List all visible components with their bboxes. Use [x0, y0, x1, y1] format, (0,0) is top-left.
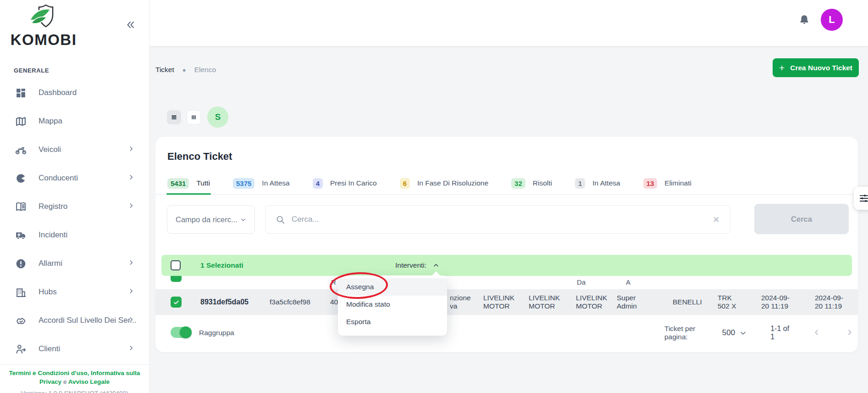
sidebar: KOMOBI GENERALE Dashboard Mappa: [0, 0, 149, 393]
search-icon: [276, 215, 285, 225]
topbar: L: [149, 0, 868, 46]
chevron-right-icon: [128, 174, 134, 182]
menu-caret: [431, 271, 441, 276]
cell-vehicle-model: TRK 502 X: [718, 289, 743, 315]
tab-count-badge: 5375: [233, 178, 254, 189]
search-submit-button[interactable]: Cerca: [754, 204, 849, 234]
cell-date-to: 2024-09-20 11:19: [815, 289, 849, 315]
cell-number-partial: 40: [330, 289, 338, 315]
cell-assignee: Super Admin: [617, 289, 644, 315]
row-checkbox[interactable]: [171, 297, 182, 308]
page-range: 1-1 of 1: [770, 325, 792, 341]
tab-label: Tutti: [196, 179, 210, 187]
sidebar-item-accordi-sla[interactable]: Accordi Sul Livello Dei Ser...: [0, 306, 149, 335]
alert-circle-icon: [15, 258, 27, 269]
sidebar-item-registro[interactable]: Registro: [0, 192, 149, 221]
column-header-a: A: [626, 278, 630, 286]
sliders-icon: [859, 193, 868, 203]
tab-count-badge: 6: [400, 178, 410, 189]
legal-notice-link[interactable]: Avviso Legale: [68, 378, 110, 385]
tab-risolti[interactable]: 32 Risolti: [511, 172, 552, 194]
create-ticket-button[interactable]: + Crea Nuovo Ticket: [773, 58, 859, 77]
chevron-right-icon: [128, 288, 134, 296]
per-page-select[interactable]: 500: [722, 328, 746, 337]
map-icon: [15, 115, 27, 127]
search-input[interactable]: [292, 215, 706, 224]
tab-eliminati[interactable]: 13 Eliminati: [643, 172, 691, 194]
select-all-checkbox[interactable]: [171, 260, 181, 270]
sidebar-item-allarmi[interactable]: Allarmi: [0, 249, 149, 278]
filter-chip-avatar[interactable]: S: [207, 107, 228, 128]
chevron-right-icon: [128, 259, 134, 268]
sidebar-item-veicoli[interactable]: Veicoli: [0, 135, 149, 164]
tab-in-attesa-2[interactable]: 1 In Attesa: [575, 172, 620, 194]
sidebar-item-hubs[interactable]: Hubs: [0, 278, 149, 306]
menu-item-modifica-stato[interactable]: Modifica stato: [338, 296, 447, 313]
menu-item-assegna[interactable]: Assegna: [338, 278, 447, 296]
per-page-value: 500: [722, 328, 735, 337]
search-field-select[interactable]: Campo da ricerc...: [167, 205, 255, 234]
clear-search-icon[interactable]: ✕: [713, 215, 720, 224]
columns-view-icon: [190, 113, 198, 121]
helmet-icon: [15, 172, 27, 184]
handshake-icon: [15, 314, 27, 326]
tab-presi-in-carico[interactable]: 4 Presi In Carico: [313, 172, 377, 194]
building-icon: [15, 286, 27, 298]
cell-code: f3a5cfc8ef98: [270, 289, 310, 315]
sidebar-item-mappa[interactable]: Mappa: [0, 107, 149, 135]
cell-company-2: LIVELINK MOTOR: [529, 289, 566, 315]
terms-link[interactable]: Termini e Condizioni d'uso,: [9, 370, 89, 376]
sidebar-collapse-button[interactable]: [125, 19, 136, 32]
card-title: Elenco Ticket: [167, 151, 232, 163]
brand-name: KOMOBI: [6, 31, 81, 49]
komobi-logo-icon: [29, 4, 58, 29]
filters-fab-button[interactable]: [854, 187, 868, 210]
column-header-partial: R: [331, 278, 336, 286]
bell-icon: [798, 14, 810, 26]
chevron-right-icon: [128, 316, 134, 325]
sidebar-item-label: Incidenti: [39, 230, 67, 240]
double-chevron-left-icon: [125, 19, 136, 30]
interventi-menu-trigger[interactable]: Interventi:: [395, 261, 439, 269]
sidebar-item-label: Veicoli: [39, 145, 61, 154]
breadcrumb: Ticket ● Elenco: [155, 66, 216, 74]
toggle-knob: [180, 326, 192, 338]
group-toggle[interactable]: [171, 327, 192, 338]
sidebar-item-label: Registro: [39, 202, 67, 211]
plus-icon: +: [779, 63, 785, 73]
cell-vehicle-brand: BENELLI: [673, 289, 702, 315]
tab-count-badge: 5431: [167, 178, 189, 189]
sidebar-item-clienti[interactable]: Clienti: [0, 335, 149, 363]
user-avatar[interactable]: L: [821, 9, 843, 31]
tab-in-attesa[interactable]: 5375 In Attesa: [233, 172, 290, 194]
menu-item-esporta[interactable]: Esporta: [338, 313, 447, 331]
sidebar-item-label: Mappa: [39, 117, 62, 126]
view-toggle-columns[interactable]: [187, 110, 201, 124]
per-page-label: Ticket per pagina:: [664, 325, 713, 341]
tab-label: Presi In Carico: [330, 179, 377, 187]
breadcrumb-section: Ticket: [155, 66, 174, 74]
selection-banner: 1 Selezionati Interventi:: [161, 255, 852, 276]
next-page-button[interactable]: [841, 329, 858, 337]
header-checkbox-partial[interactable]: [171, 276, 182, 282]
table-row[interactable]: 8931def5da05 f3a5cfc8ef98 40 nzione va L…: [155, 289, 858, 315]
sidebar-item-incidenti[interactable]: Incidenti: [0, 221, 149, 249]
tab-tutti[interactable]: 5431 Tutti: [167, 172, 210, 194]
tab-in-fase-di-risoluzione[interactable]: 6 In Fase Di Risoluzione: [400, 172, 488, 194]
sidebar-item-conducenti[interactable]: Conducenti: [0, 164, 149, 192]
notifications-button[interactable]: [797, 13, 812, 28]
view-toggle-list[interactable]: [167, 110, 181, 124]
chevron-right-icon: [128, 345, 134, 353]
sidebar-item-label: Accordi Sul Livello Dei Ser...: [39, 316, 137, 325]
search-box: ✕: [265, 205, 730, 234]
tab-count-badge: 1: [575, 178, 585, 189]
main-content: Ticket ● Elenco + Crea Nuovo Ticket S El…: [149, 46, 868, 393]
interventi-label: Interventi:: [395, 261, 426, 269]
chevron-left-icon: [813, 329, 820, 336]
breadcrumb-current[interactable]: Elenco: [194, 66, 216, 74]
selected-count: 1 Selezionati: [200, 261, 243, 269]
previous-page-button[interactable]: [808, 329, 825, 337]
chevron-down-icon: [240, 217, 246, 223]
chevron-right-icon: [128, 146, 134, 154]
sidebar-item-dashboard[interactable]: Dashboard: [0, 79, 149, 107]
